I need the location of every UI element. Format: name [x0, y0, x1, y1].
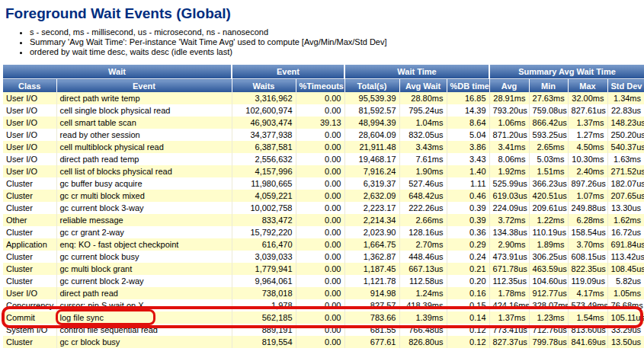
value-cell: 13.50us	[607, 336, 644, 348]
value-cell: 6,319.37	[344, 177, 399, 190]
value-cell: 525.99us	[489, 177, 529, 190]
value-cell: 1.62ms	[607, 214, 644, 226]
event-cell: gc current block 2-way	[56, 275, 232, 287]
value-cell: 691.84us	[607, 238, 644, 251]
value-cell: 224.09us	[489, 202, 529, 214]
value-cell: 827.61us	[568, 104, 607, 117]
value-cell: 207.65us	[607, 190, 644, 202]
value-cell: 11,980,665	[232, 177, 296, 190]
value-cell: 819,554	[232, 336, 296, 348]
col-header-max: Max	[568, 79, 607, 93]
table-row: System I/Ocontrol file sequential read88…	[3, 324, 644, 336]
value-cell: 1,362.87	[344, 251, 399, 263]
value-cell: 0.29	[447, 238, 489, 251]
value-cell: 0.20	[447, 275, 489, 287]
value-cell: 0.00	[296, 275, 344, 287]
class-cell: User I/O	[3, 92, 56, 104]
value-cell: 1,978	[232, 299, 296, 311]
value-cell: 0.00	[296, 177, 344, 190]
value-cell: 795.24us	[399, 104, 447, 117]
value-cell: 0.12	[447, 324, 489, 336]
value-cell: 1.23ms	[529, 311, 568, 324]
notes-list: s - second, ms - millisecond, us - micro…	[5, 27, 642, 57]
event-cell: cell smart table scan	[56, 117, 232, 129]
class-cell: Cluster	[3, 275, 56, 287]
value-cell: 95,539.39	[344, 92, 399, 104]
value-cell: 0.00	[296, 153, 344, 165]
value-cell: 6,387,581	[232, 141, 296, 153]
event-cell: gc cr grant 2-way	[56, 226, 232, 238]
value-cell: 619.03us	[489, 190, 529, 202]
value-cell: 866.42us	[529, 117, 568, 129]
value-cell: 0.00	[296, 226, 344, 238]
value-cell: 0.00	[296, 251, 344, 263]
value-cell: 102,600,974	[232, 104, 296, 117]
value-cell: 1.22ms	[529, 214, 568, 226]
value-cell: 28.91ms	[489, 92, 529, 104]
event-cell: gc current block busy	[56, 251, 232, 263]
event-cell: gc buffer busy acquire	[56, 177, 232, 190]
table-row: User I/Oread by other session34,377,9380…	[3, 129, 644, 141]
class-cell: Other	[3, 214, 56, 226]
value-cell: 783.66	[344, 311, 399, 324]
value-cell: 0.16	[447, 287, 489, 299]
event-cell: gc cr multi block mixed	[56, 190, 232, 202]
group-header-event: Event	[232, 65, 344, 79]
value-cell: 0.00	[296, 141, 344, 153]
value-cell: 3.72ms	[489, 214, 529, 226]
value-cell: 3.43	[447, 153, 489, 165]
event-cell: direct path read temp	[56, 153, 232, 165]
event-cell: direct path read	[56, 287, 232, 299]
value-cell: 2.90ms	[489, 238, 529, 251]
value-cell: 1.07ms	[568, 190, 607, 202]
value-cell: 2.40ms	[568, 165, 607, 177]
value-cell: 1.24ms	[399, 287, 447, 299]
value-cell: 3.70ms	[568, 238, 607, 251]
event-cell: enq: KO - fast object checkpoint	[56, 238, 232, 251]
class-cell: Cluster	[3, 263, 56, 275]
value-cell: 1,664.75	[344, 238, 399, 251]
value-cell: 677.61	[344, 336, 399, 348]
value-cell: 0.12	[447, 336, 489, 348]
table-row: User I/Ocell smart table scan46,903,4743…	[3, 117, 644, 129]
event-cell: cursor: pin S wait on X	[56, 299, 232, 311]
value-cell: 249.88us	[568, 202, 607, 214]
value-cell: 182.07us	[607, 177, 644, 190]
value-cell: 1.39ms	[399, 311, 447, 324]
col-header-std-dev: Std Dev	[607, 79, 644, 93]
col-header-avg: Avg	[489, 79, 529, 93]
value-cell: 2,023.90	[344, 226, 399, 238]
value-cell: 0.15	[447, 299, 489, 311]
value-cell: 1.37ms	[489, 311, 529, 324]
value-cell: 250.20us	[607, 129, 644, 141]
col-header-class: Class	[3, 79, 56, 93]
value-cell: 1.89ms	[529, 238, 568, 251]
table-row: User I/Ocell multiblock physical read6,3…	[3, 141, 644, 153]
value-cell: 889,191	[232, 324, 296, 336]
table-row: Clustergc cr grant 2-way15,792,2200.002,…	[3, 226, 644, 238]
value-cell: 10,002,758	[232, 202, 296, 214]
value-cell: 813.60us	[568, 324, 607, 336]
value-cell: 0.14	[447, 311, 489, 324]
value-cell: 1,121.78	[344, 275, 399, 287]
value-cell: 16.85	[447, 92, 489, 104]
class-cell: Cluster	[3, 190, 56, 202]
value-cell: 2,214.34	[344, 214, 399, 226]
value-cell: 27.63ms	[529, 92, 568, 104]
value-cell: 0.00	[296, 299, 344, 311]
value-cell: 39.13	[296, 117, 344, 129]
value-cell: 209.61us	[529, 202, 568, 214]
event-cell: gc multi block grant	[56, 263, 232, 275]
value-cell: 14.39	[447, 104, 489, 117]
class-cell: Concurrency	[3, 299, 56, 311]
value-cell: 13.30us	[607, 202, 644, 214]
value-cell: 112.58us	[399, 275, 447, 287]
value-cell: 4.17ms	[568, 287, 607, 299]
col-header-db-time: %DB time	[447, 79, 489, 93]
value-cell: 667.13us	[399, 263, 447, 275]
value-cell: 76.68ms	[607, 299, 644, 311]
value-cell: 0.39	[447, 214, 489, 226]
value-cell: 9,964,061	[232, 275, 296, 287]
wait-events-table: Wait Event Wait Time Summary Avg Wait Ti…	[3, 65, 644, 348]
value-cell: 1.92ms	[489, 165, 529, 177]
